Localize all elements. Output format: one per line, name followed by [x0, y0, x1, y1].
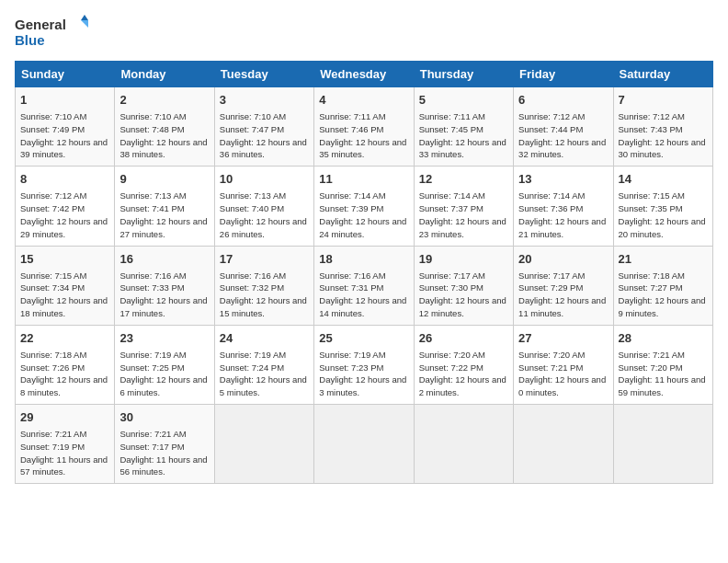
day-info: Sunrise: 7:12 AM Sunset: 7:44 PM Dayligh… [518, 110, 608, 161]
day-info: Sunrise: 7:21 AM Sunset: 7:19 PM Dayligh… [20, 428, 109, 478]
calendar-cell: 15Sunrise: 7:15 AM Sunset: 7:34 PM Dayli… [16, 246, 115, 325]
day-number: 2 [119, 92, 209, 109]
day-info: Sunrise: 7:11 AM Sunset: 7:45 PM Dayligh… [419, 110, 508, 161]
day-number: 19 [419, 251, 508, 268]
day-info: Sunrise: 7:21 AM Sunset: 7:17 PM Dayligh… [119, 428, 209, 478]
calendar-cell [214, 405, 313, 484]
calendar-cell: 4Sunrise: 7:11 AM Sunset: 7:46 PM Daylig… [314, 87, 414, 167]
calendar-week-row: 22Sunrise: 7:18 AM Sunset: 7:26 PM Dayli… [16, 325, 713, 404]
day-number: 14 [619, 171, 708, 188]
day-info: Sunrise: 7:20 AM Sunset: 7:22 PM Dayligh… [419, 349, 508, 399]
calendar-cell [414, 405, 513, 484]
day-info: Sunrise: 7:12 AM Sunset: 7:42 PM Dayligh… [20, 190, 109, 240]
day-info: Sunrise: 7:13 AM Sunset: 7:40 PM Dayligh… [220, 190, 309, 240]
day-number: 29 [20, 409, 109, 426]
day-info: Sunrise: 7:10 AM Sunset: 7:47 PM Dayligh… [220, 110, 309, 161]
day-number: 18 [319, 251, 408, 268]
weekday-header-friday: Friday [514, 62, 613, 87]
day-number: 10 [220, 171, 309, 188]
calendar-cell: 30Sunrise: 7:21 AM Sunset: 7:17 PM Dayli… [115, 405, 214, 484]
page-header: General Blue [15, 15, 713, 52]
day-info: Sunrise: 7:14 AM Sunset: 7:37 PM Dayligh… [419, 190, 508, 240]
calendar-cell: 2Sunrise: 7:10 AM Sunset: 7:48 PM Daylig… [115, 87, 214, 167]
calendar-cell: 17Sunrise: 7:16 AM Sunset: 7:32 PM Dayli… [214, 246, 313, 325]
calendar-cell: 18Sunrise: 7:16 AM Sunset: 7:31 PM Dayli… [314, 246, 414, 325]
calendar-cell: 8Sunrise: 7:12 AM Sunset: 7:42 PM Daylig… [16, 167, 115, 246]
calendar-week-row: 1Sunrise: 7:10 AM Sunset: 7:49 PM Daylig… [16, 87, 713, 167]
day-info: Sunrise: 7:14 AM Sunset: 7:36 PM Dayligh… [518, 190, 608, 240]
calendar-cell: 11Sunrise: 7:14 AM Sunset: 7:39 PM Dayli… [314, 167, 414, 246]
day-number: 9 [119, 171, 209, 188]
weekday-header-thursday: Thursday [414, 62, 513, 87]
day-number: 23 [119, 330, 209, 347]
calendar-cell [613, 405, 712, 484]
weekday-header-wednesday: Wednesday [314, 62, 414, 87]
day-number: 6 [518, 92, 608, 109]
day-info: Sunrise: 7:17 AM Sunset: 7:29 PM Dayligh… [518, 270, 608, 320]
calendar-cell: 27Sunrise: 7:20 AM Sunset: 7:21 PM Dayli… [514, 325, 613, 404]
day-info: Sunrise: 7:16 AM Sunset: 7:32 PM Dayligh… [220, 270, 309, 320]
day-number: 16 [119, 251, 209, 268]
day-info: Sunrise: 7:13 AM Sunset: 7:41 PM Dayligh… [119, 190, 209, 240]
day-number: 3 [220, 92, 309, 109]
weekday-header-saturday: Saturday [613, 62, 712, 87]
day-number: 17 [220, 251, 309, 268]
day-number: 20 [518, 251, 608, 268]
calendar-table: SundayMondayTuesdayWednesdayThursdayFrid… [15, 61, 713, 484]
day-number: 4 [319, 92, 408, 109]
day-info: Sunrise: 7:19 AM Sunset: 7:23 PM Dayligh… [319, 349, 408, 399]
calendar-cell: 1Sunrise: 7:10 AM Sunset: 7:49 PM Daylig… [16, 87, 115, 167]
day-info: Sunrise: 7:21 AM Sunset: 7:20 PM Dayligh… [619, 349, 708, 399]
day-number: 24 [220, 330, 309, 347]
weekday-header-sunday: Sunday [16, 62, 115, 87]
svg-marker-2 [81, 15, 88, 20]
calendar-week-row: 29Sunrise: 7:21 AM Sunset: 7:19 PM Dayli… [16, 405, 713, 484]
calendar-cell: 22Sunrise: 7:18 AM Sunset: 7:26 PM Dayli… [16, 325, 115, 404]
day-number: 1 [20, 92, 109, 109]
calendar-cell: 16Sunrise: 7:16 AM Sunset: 7:33 PM Dayli… [115, 246, 214, 325]
day-info: Sunrise: 7:14 AM Sunset: 7:39 PM Dayligh… [319, 190, 408, 240]
day-number: 15 [20, 251, 109, 268]
calendar-cell: 26Sunrise: 7:20 AM Sunset: 7:22 PM Dayli… [414, 325, 513, 404]
day-number: 13 [518, 171, 608, 188]
day-number: 7 [619, 92, 708, 109]
day-number: 8 [20, 171, 109, 188]
calendar-cell [314, 405, 414, 484]
calendar-cell: 5Sunrise: 7:11 AM Sunset: 7:45 PM Daylig… [414, 87, 513, 167]
day-info: Sunrise: 7:16 AM Sunset: 7:33 PM Dayligh… [119, 270, 209, 320]
day-number: 12 [419, 171, 508, 188]
calendar-cell: 25Sunrise: 7:19 AM Sunset: 7:23 PM Dayli… [314, 325, 414, 404]
calendar-cell: 23Sunrise: 7:19 AM Sunset: 7:25 PM Dayli… [115, 325, 214, 404]
svg-text:General: General [15, 17, 66, 32]
day-number: 5 [419, 92, 508, 109]
calendar-cell: 21Sunrise: 7:18 AM Sunset: 7:27 PM Dayli… [613, 246, 712, 325]
calendar-cell: 24Sunrise: 7:19 AM Sunset: 7:24 PM Dayli… [214, 325, 313, 404]
calendar-cell: 20Sunrise: 7:17 AM Sunset: 7:29 PM Dayli… [514, 246, 613, 325]
day-info: Sunrise: 7:19 AM Sunset: 7:25 PM Dayligh… [119, 349, 209, 399]
day-info: Sunrise: 7:15 AM Sunset: 7:35 PM Dayligh… [619, 190, 708, 240]
calendar-cell: 14Sunrise: 7:15 AM Sunset: 7:35 PM Dayli… [613, 167, 712, 246]
calendar-cell: 7Sunrise: 7:12 AM Sunset: 7:43 PM Daylig… [613, 87, 712, 167]
logo-svg: General Blue [15, 15, 97, 52]
day-number: 26 [419, 330, 508, 347]
day-info: Sunrise: 7:11 AM Sunset: 7:46 PM Dayligh… [319, 110, 408, 161]
calendar-cell: 28Sunrise: 7:21 AM Sunset: 7:20 PM Dayli… [613, 325, 712, 404]
calendar-cell: 3Sunrise: 7:10 AM Sunset: 7:47 PM Daylig… [214, 87, 313, 167]
logo: General Blue [15, 15, 97, 52]
day-number: 27 [518, 330, 608, 347]
day-number: 22 [20, 330, 109, 347]
day-info: Sunrise: 7:10 AM Sunset: 7:48 PM Dayligh… [119, 110, 209, 161]
svg-marker-3 [81, 20, 88, 28]
day-number: 11 [319, 171, 408, 188]
day-info: Sunrise: 7:15 AM Sunset: 7:34 PM Dayligh… [20, 270, 109, 320]
calendar-cell: 29Sunrise: 7:21 AM Sunset: 7:19 PM Dayli… [16, 405, 115, 484]
day-info: Sunrise: 7:19 AM Sunset: 7:24 PM Dayligh… [220, 349, 309, 399]
svg-text:Blue: Blue [15, 32, 45, 48]
calendar-cell: 10Sunrise: 7:13 AM Sunset: 7:40 PM Dayli… [214, 167, 313, 246]
day-info: Sunrise: 7:12 AM Sunset: 7:43 PM Dayligh… [619, 110, 708, 161]
day-number: 28 [619, 330, 708, 347]
calendar-cell: 13Sunrise: 7:14 AM Sunset: 7:36 PM Dayli… [514, 167, 613, 246]
day-info: Sunrise: 7:17 AM Sunset: 7:30 PM Dayligh… [419, 270, 508, 320]
day-number: 30 [119, 409, 209, 426]
day-info: Sunrise: 7:20 AM Sunset: 7:21 PM Dayligh… [518, 349, 608, 399]
